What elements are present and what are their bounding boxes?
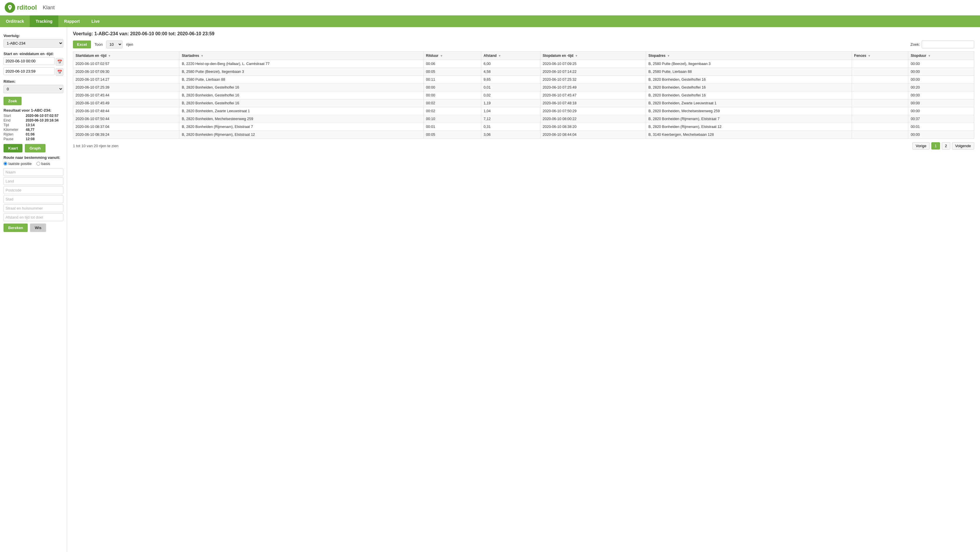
cell-afstand: 1,04 [481,107,540,115]
toon-select[interactable]: 10 5 25 50 100 [106,41,123,48]
cell-afstand: 0,31 [481,123,540,131]
table-row[interactable]: 2020-06-10 07:25:39B, 2820 Bonheiden, Ge… [73,84,974,92]
cell-stopdatum: 2020-06-10 07:25:32 [540,76,646,84]
cell-ritduur: 00:01 [423,123,481,131]
cell-startdatum: 2020-06-10 07:45:49 [73,99,180,107]
ritten-select[interactable]: 0 [3,85,63,93]
kaart-button[interactable]: Kaart [3,144,22,152]
col-fences[interactable]: Fences ▼ [852,52,908,60]
bereken-button[interactable]: Bereken [3,224,28,232]
sort-ritduur-icon: ▼ [440,54,443,57]
table-row[interactable]: 2020-06-10 08:37:04B, 2820 Bonheiden (Ri… [73,123,974,131]
rijden-value: 01:06 [25,132,35,136]
cell-startdatum: 2020-06-10 08:37:04 [73,123,180,131]
content-title: Voertuig: 1-ABC-234 van: 2020-06-10 00:0… [73,31,974,36]
cell-fences [852,68,908,76]
zoek-button[interactable]: Zoek [3,97,22,105]
radio-basis-label[interactable]: basis [37,162,50,166]
cell-startadres: B, 2820 Bonheiden (Rijmenam), Elststraat… [180,123,423,131]
cell-stopdatum: 2020-06-10 07:14:22 [540,68,646,76]
cell-stopdatum: 2020-06-10 07:09:25 [540,60,646,68]
postcode-input[interactable] [3,186,63,194]
radio-row: laatste positie basis [3,162,63,166]
cell-stopdatum: 2020-06-10 08:44:04 [540,131,646,139]
page-1-button[interactable]: 1 [931,142,940,149]
col-startdatum[interactable]: Startdatum en -tijd ▼ [73,52,180,60]
cell-stopduur: 00:00 [908,92,974,99]
col-startadres[interactable]: Startadres ▼ [180,52,423,60]
cell-afstand: 9,65 [481,76,540,84]
stad-input[interactable] [3,195,63,203]
straat-input[interactable] [3,204,63,212]
cell-afstand: 6,00 [481,60,540,68]
toolbar: Excel Toon 10 5 25 50 100 rijen Zoek: [73,41,974,48]
cell-stopadres: B, 2820 Bonheiden, Mechelsesteenweg 259 [646,107,852,115]
radio-basis[interactable] [37,162,40,165]
col-ritduur[interactable]: Ritduur ▼ [423,52,481,60]
search-input[interactable] [922,41,974,48]
cell-fences [852,76,908,84]
toon-label: Toon [94,42,103,47]
rijen-label: rijen [126,42,133,47]
col-stopduur[interactable]: Stopduur ▼ [908,52,974,60]
voertuig-select[interactable]: 1-ABC-234 [3,39,63,48]
kilometer-value: 48,77 [25,128,34,132]
afstand-input[interactable] [3,213,63,221]
cell-afstand: 0,01 [481,84,540,92]
eind-value: 2020-06-10 20:16:34 [25,118,59,122]
cell-fences [852,99,908,107]
nav-live[interactable]: Live [86,16,106,27]
start-datum-input[interactable] [3,57,54,65]
nav-rapport[interactable]: Rapport [58,16,86,27]
cell-ritduur: 00:10 [423,115,481,123]
col-stopdatum[interactable]: Stopdatum en -tijd ▼ [540,52,646,60]
cell-stopadres: B, 2820 Bonheiden, Gestelhoflei 16 [646,92,852,99]
cell-stopadres: B, 3140 Keerbergen, Mechelsebaan 128 [646,131,852,139]
table-row[interactable]: 2020-06-10 07:45:44B, 2820 Bonheiden, Ge… [73,92,974,99]
sort-afstand-icon: ▼ [498,54,501,57]
page-2-button[interactable]: 2 [942,142,950,149]
table-row[interactable]: 2020-06-10 07:45:49B, 2820 Bonheiden, Ge… [73,99,974,107]
sidebar: Voertuig: 1-ABC-234 Start en -einddatum … [0,27,67,552]
end-datum-input[interactable] [3,67,54,75]
cell-fences [852,107,908,115]
table-row[interactable]: 2020-06-10 07:02:57B, 2220 Heist-op-den-… [73,60,974,68]
result-kilometer: Kilometer 48,77 [3,128,63,132]
table-body: 2020-06-10 07:02:57B, 2220 Heist-op-den-… [73,60,974,139]
content: Voertuig: 1-ABC-234 van: 2020-06-10 00:0… [67,27,980,552]
main-layout: Voertuig: 1-ABC-234 Start en -einddatum … [0,27,980,552]
cell-stopduur: 00:20 [908,84,974,92]
table-row[interactable]: 2020-06-10 07:14:27B, 2580 Putte, Lierba… [73,76,974,84]
table-row[interactable]: 2020-06-10 07:48:44B, 2820 Bonheiden, Zw… [73,107,974,115]
naam-input[interactable] [3,168,63,176]
resultaat-label: Resultaat voor 1-ABC-234: [3,108,63,113]
cell-stopduur: 00:00 [908,107,974,115]
view-btn-row: Kaart Graph [3,144,63,152]
radio-laatste-label[interactable]: laatste positie [3,162,32,166]
sort-startadres-icon: ▼ [200,54,204,57]
table-row[interactable]: 2020-06-10 07:09:30B, 2580 Putte (Beerze… [73,68,974,76]
table-row[interactable]: 2020-06-10 08:39:24B, 2820 Bonheiden (Ri… [73,131,974,139]
search-wrap: Zoek: [910,41,974,48]
start-datum-wrap: 📅 [3,57,63,66]
wis-button[interactable]: Wis [30,224,46,232]
radio-laatste[interactable] [3,162,7,165]
table-row[interactable]: 2020-06-10 07:50:44B, 2820 Bonheiden, Me… [73,115,974,123]
cell-startdatum: 2020-06-10 07:25:39 [73,84,180,92]
col-stopadres[interactable]: Stopadres ▼ [646,52,852,60]
graph-button[interactable]: Graph [25,144,45,152]
col-afstand[interactable]: Afstand ▼ [481,52,540,60]
excel-button[interactable]: Excel [73,41,91,48]
cell-fences [852,123,908,131]
volgende-button[interactable]: Volgende [952,142,974,149]
nav-tracking[interactable]: Tracking [30,16,58,27]
nav: Orditrack Tracking Rapport Live [0,16,980,27]
cell-stopduur: 00:00 [908,68,974,76]
vorige-button[interactable]: Vorige [912,142,929,149]
end-datum-calendar-icon[interactable]: 📅 [56,68,63,76]
sort-startdatum-icon: ▼ [108,54,111,57]
nav-orditrack[interactable]: Orditrack [0,16,30,27]
land-input[interactable] [3,177,63,185]
start-datum-calendar-icon[interactable]: 📅 [56,58,63,65]
cell-fences [852,115,908,123]
